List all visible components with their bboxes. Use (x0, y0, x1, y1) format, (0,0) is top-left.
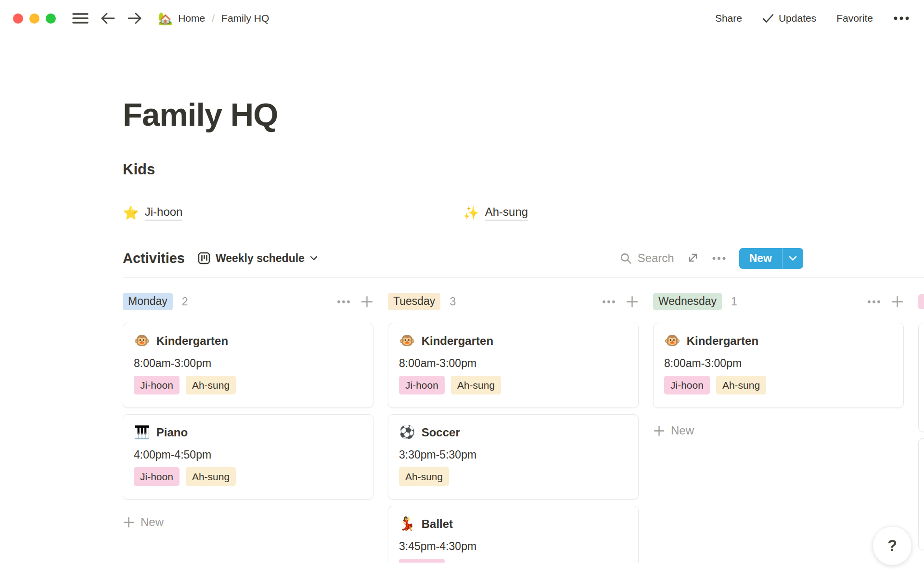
new-record-dropdown-button[interactable] (783, 248, 803, 269)
window-controls (13, 13, 56, 24)
column-options-button[interactable] (602, 300, 616, 304)
activity-card[interactable]: 🐵 Kindergarten 8:00am-3:00pm Ji-hoonAh-s… (388, 323, 639, 408)
minimize-window-button[interactable] (29, 13, 39, 24)
new-card-button[interactable]: New (653, 424, 694, 437)
chevron-down-icon (789, 256, 797, 261)
close-window-button[interactable] (13, 13, 23, 24)
card-tags: Ji-hoonAh-sung (664, 376, 893, 394)
card-time: 8:00am-3:00pm (664, 357, 893, 370)
breadcrumb-current[interactable]: Family HQ (221, 13, 269, 24)
expand-icon (687, 252, 699, 263)
card-tags: Ah-sung (399, 467, 628, 486)
column-count: 1 (731, 295, 737, 308)
column-add-card-button[interactable] (626, 295, 639, 308)
card-tags: Ji-hoonAh-sung (134, 376, 362, 394)
topbar: 🏡 Home / Family HQ Share Updates Favorit… (0, 0, 924, 37)
kid-tag: Ah-sung (186, 467, 236, 486)
activity-card[interactable]: 🐵 Kindergarten 8:00am-3:00pm Ji-hoonAh-s… (653, 323, 904, 408)
ellipsis-icon (712, 256, 726, 261)
back-button[interactable] (100, 12, 116, 25)
kid-tag: Ji-hoon (664, 376, 710, 394)
column-options-button[interactable] (867, 300, 881, 304)
column-options-button[interactable] (337, 300, 350, 304)
plus-icon (626, 295, 639, 308)
activity-card[interactable]: ⚽ Soccer 3:30pm-5:30pm Ah-sung (388, 414, 639, 499)
kid-tag: Ah-sung (399, 467, 449, 486)
kid-tag: Ah-sung (186, 376, 236, 394)
card-emoji: 🐵 (399, 333, 415, 348)
column-name-pill[interactable]: Monday (123, 293, 173, 310)
card-emoji: ⚽ (399, 424, 415, 440)
column-cards (918, 323, 924, 550)
new-card-button[interactable]: New (123, 515, 164, 529)
kid-tag: Ah-sung (451, 376, 501, 394)
card-title-row: 🐵 Kindergarten (664, 333, 893, 348)
kids-heading: Kids (123, 161, 803, 178)
column-add-card-button[interactable] (360, 295, 373, 308)
view-switcher[interactable]: Weekly schedule (198, 252, 318, 265)
card-title: Piano (156, 426, 188, 439)
card-time: 8:00am-3:00pm (399, 357, 628, 370)
activity-card[interactable]: 🐵 Kindergarten 8:00am-3:00pm Ji-hoonAh-s… (123, 323, 373, 408)
card-title: Kindergarten (422, 334, 493, 348)
more-options-button[interactable] (893, 15, 910, 22)
card-emoji: 🐵 (664, 333, 680, 348)
card-emoji: 🐵 (134, 333, 150, 348)
card-emoji: 🎹 (134, 424, 150, 440)
sidebar-menu-button[interactable] (72, 12, 89, 25)
expand-view-button[interactable] (687, 252, 699, 265)
kid-tag: Ji-hoon (134, 376, 180, 394)
activity-card[interactable] (918, 323, 924, 432)
help-button[interactable]: ? (873, 526, 912, 565)
kid-tag: Ji-hoon (399, 559, 445, 563)
column-count: 3 (449, 295, 456, 308)
topbar-actions: Share Updates Favorite (715, 13, 910, 24)
arrow-right-icon (127, 12, 142, 25)
activity-card[interactable] (918, 438, 924, 550)
search-button[interactable]: Search (620, 251, 674, 265)
column-add-card-button[interactable] (891, 295, 904, 308)
chevron-down-icon (310, 256, 318, 261)
kid-tag: Ji-hoon (134, 467, 180, 486)
column-actions (337, 295, 373, 308)
activity-card[interactable]: 🎹 Piano 4:00pm-4:50pm Ji-hoonAh-sung (123, 414, 373, 499)
kid-tag: Ji-hoon (399, 376, 445, 394)
ellipsis-icon (602, 300, 616, 304)
card-title-row: 💃 Ballet (399, 516, 628, 531)
new-card-label: New (141, 515, 164, 529)
column-name-pill[interactable]: Tuesday (388, 293, 440, 310)
updates-button[interactable]: Updates (762, 13, 816, 24)
card-title-row: ⚽ Soccer (399, 424, 628, 440)
kid-page-link[interactable]: ✨ Ah-sung (463, 205, 803, 221)
kid-page-icon: ⭐ (123, 207, 139, 220)
breadcrumb-separator: / (212, 13, 215, 24)
kid-page-icon: ✨ (463, 207, 479, 220)
kid-links: ⭐ Ji-hoon ✨ Ah-sung (123, 205, 803, 221)
column-name-pill[interactable] (918, 294, 924, 309)
new-record-button[interactable]: New (739, 248, 783, 269)
breadcrumb-home[interactable]: Home (178, 13, 205, 24)
card-title: Kindergarten (156, 334, 228, 348)
plus-icon (360, 295, 373, 308)
new-button-group: New (739, 248, 803, 269)
column-cards: 🐵 Kindergarten 8:00am-3:00pm Ji-hoonAh-s… (388, 323, 639, 563)
view-options-button[interactable] (712, 255, 726, 262)
card-title-row: 🐵 Kindergarten (134, 333, 362, 348)
activity-card[interactable]: 💃 Ballet 3:45pm-4:30pm Ji-hoon (388, 506, 639, 563)
column-name-pill[interactable]: Wednesday (653, 293, 722, 310)
kid-page-link-label: Ji-hoon (145, 205, 183, 221)
view-name-label: Weekly schedule (216, 252, 305, 265)
forward-button[interactable] (127, 12, 142, 25)
kid-page-link-label: Ah-sung (485, 205, 528, 221)
ellipsis-icon (867, 300, 881, 304)
kid-page-link[interactable]: ⭐ Ji-hoon (123, 205, 463, 221)
card-time: 3:30pm-5:30pm (399, 448, 628, 461)
search-label: Search (638, 251, 674, 265)
column-actions (867, 295, 904, 308)
page-title: Family HQ (123, 95, 803, 134)
column-cards: 🐵 Kindergarten 8:00am-3:00pm Ji-hoonAh-s… (653, 323, 904, 408)
zoom-window-button[interactable] (46, 13, 56, 24)
new-card-label: New (671, 424, 694, 437)
favorite-button[interactable]: Favorite (836, 13, 873, 24)
share-button[interactable]: Share (715, 13, 742, 24)
